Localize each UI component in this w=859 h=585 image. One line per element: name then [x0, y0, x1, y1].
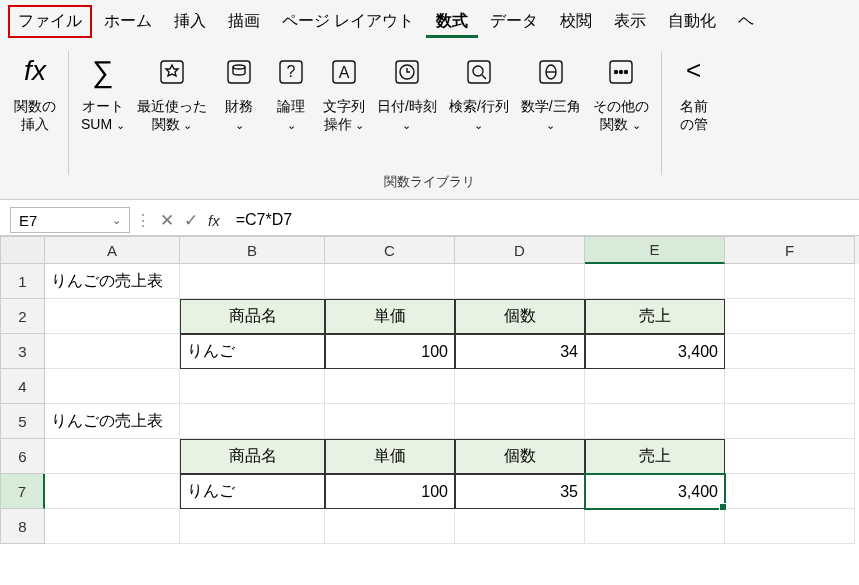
cell-C6[interactable]: 単価	[325, 439, 455, 474]
cell-E2[interactable]: 売上	[585, 299, 725, 334]
book-clock-icon	[387, 51, 427, 91]
cell-A7[interactable]	[45, 474, 180, 509]
row-header-2[interactable]: 2	[0, 299, 45, 334]
svg-text:?: ?	[287, 63, 296, 80]
cell-E6[interactable]: 売上	[585, 439, 725, 474]
cell-E7[interactable]: 3,400	[585, 474, 725, 509]
cell-A4[interactable]	[45, 369, 180, 404]
cell-F5[interactable]	[725, 404, 855, 439]
svg-rect-9	[468, 61, 490, 83]
col-header-E[interactable]: E	[585, 236, 725, 264]
cell-E5[interactable]	[585, 404, 725, 439]
cell-E4[interactable]	[585, 369, 725, 404]
insert-function-icon[interactable]: fx	[208, 212, 220, 229]
col-header-A[interactable]: A	[45, 236, 180, 264]
formula-input[interactable]	[224, 207, 859, 233]
cell-B5[interactable]	[180, 404, 325, 439]
cell-C3[interactable]: 100	[325, 334, 455, 369]
cell-A2[interactable]	[45, 299, 180, 334]
cell-C4[interactable]	[325, 369, 455, 404]
svg-point-2	[233, 65, 245, 69]
cell-D5[interactable]	[455, 404, 585, 439]
cell-C2[interactable]: 単価	[325, 299, 455, 334]
cell-B7[interactable]: りんご	[180, 474, 325, 509]
cell-B6[interactable]: 商品名	[180, 439, 325, 474]
cell-F1[interactable]	[725, 264, 855, 299]
fx-icon: fx	[15, 51, 55, 91]
cell-E3[interactable]: 3,400	[585, 334, 725, 369]
name-box[interactable]: E7⌄	[10, 207, 130, 233]
cell-B3[interactable]: りんご	[180, 334, 325, 369]
cell-C1[interactable]	[325, 264, 455, 299]
cell-B2[interactable]: 商品名	[180, 299, 325, 334]
book-a-icon: A	[324, 51, 364, 91]
book-question-icon: ?	[271, 51, 311, 91]
cell-B8[interactable]	[180, 509, 325, 544]
menu-home[interactable]: ホーム	[94, 5, 162, 38]
col-header-D[interactable]: D	[455, 236, 585, 264]
cell-D6[interactable]: 個数	[455, 439, 585, 474]
chevron-down-icon[interactable]: ⌄	[112, 214, 121, 227]
cell-F7[interactable]	[725, 474, 855, 509]
book-coins-icon	[219, 51, 259, 91]
cell-B4[interactable]	[180, 369, 325, 404]
menu-formulas[interactable]: 数式	[426, 5, 478, 38]
col-header-B[interactable]: B	[180, 236, 325, 264]
menu-file[interactable]: ファイル	[8, 5, 92, 38]
cell-D3[interactable]: 34	[455, 334, 585, 369]
cell-D2[interactable]: 個数	[455, 299, 585, 334]
svg-point-15	[614, 71, 617, 74]
enter-icon[interactable]: ✓	[184, 210, 198, 231]
menu-help[interactable]: ヘ	[728, 5, 764, 38]
col-header-F[interactable]: F	[725, 236, 855, 264]
cell-D7[interactable]: 35	[455, 474, 585, 509]
menu-data[interactable]: データ	[480, 5, 548, 38]
cell-E1[interactable]	[585, 264, 725, 299]
row-header-4[interactable]: 4	[0, 369, 45, 404]
menu-page-layout[interactable]: ページ レイアウト	[272, 5, 424, 38]
cell-C8[interactable]	[325, 509, 455, 544]
cell-A3[interactable]	[45, 334, 180, 369]
svg-point-17	[624, 71, 627, 74]
ribbon-group-function-library: fx 関数の 挿入 ∑ オート SUM ⌄ 最近使った 関数 ⌄ 財務⌄ ? 論…	[8, 47, 720, 199]
row-header-6[interactable]: 6	[0, 439, 45, 474]
menu-insert[interactable]: 挿入	[164, 5, 216, 38]
formula-bar: E7⌄ ⋮ ✕ ✓ fx	[0, 205, 859, 236]
book-dots-icon	[601, 51, 641, 91]
cell-E8[interactable]	[585, 509, 725, 544]
divider: ⋮	[138, 211, 148, 230]
cell-D1[interactable]	[455, 264, 585, 299]
cell-C5[interactable]	[325, 404, 455, 439]
cell-F4[interactable]	[725, 369, 855, 404]
book-star-icon	[152, 51, 192, 91]
cell-D4[interactable]	[455, 369, 585, 404]
menu-bar: ファイル ホーム 挿入 描画 ページ レイアウト 数式 データ 校閲 表示 自動…	[0, 0, 859, 43]
cell-F8[interactable]	[725, 509, 855, 544]
cell-B1[interactable]	[180, 264, 325, 299]
row-header-5[interactable]: 5	[0, 404, 45, 439]
cell-A8[interactable]	[45, 509, 180, 544]
row-header-8[interactable]: 8	[0, 509, 45, 544]
menu-automation[interactable]: 自動化	[658, 5, 726, 38]
cell-A1[interactable]: りんごの売上表	[45, 264, 180, 299]
col-header-C[interactable]: C	[325, 236, 455, 264]
svg-text:A: A	[339, 64, 350, 81]
select-all-corner[interactable]	[0, 236, 45, 264]
cell-A5[interactable]: りんごの売上表	[45, 404, 180, 439]
menu-draw[interactable]: 描画	[218, 5, 270, 38]
cell-F6[interactable]	[725, 439, 855, 474]
chevron-left-icon: <	[674, 51, 714, 91]
row-header-7[interactable]: 7	[0, 474, 45, 509]
ribbon-group-label: 関数ライブラリ	[0, 171, 859, 195]
cancel-icon[interactable]: ✕	[160, 210, 174, 231]
menu-view[interactable]: 表示	[604, 5, 656, 38]
svg-point-16	[619, 71, 622, 74]
cell-C7[interactable]: 100	[325, 474, 455, 509]
cell-D8[interactable]	[455, 509, 585, 544]
cell-A6[interactable]	[45, 439, 180, 474]
cell-F2[interactable]	[725, 299, 855, 334]
cell-F3[interactable]	[725, 334, 855, 369]
row-header-3[interactable]: 3	[0, 334, 45, 369]
row-header-1[interactable]: 1	[0, 264, 45, 299]
menu-review[interactable]: 校閲	[550, 5, 602, 38]
